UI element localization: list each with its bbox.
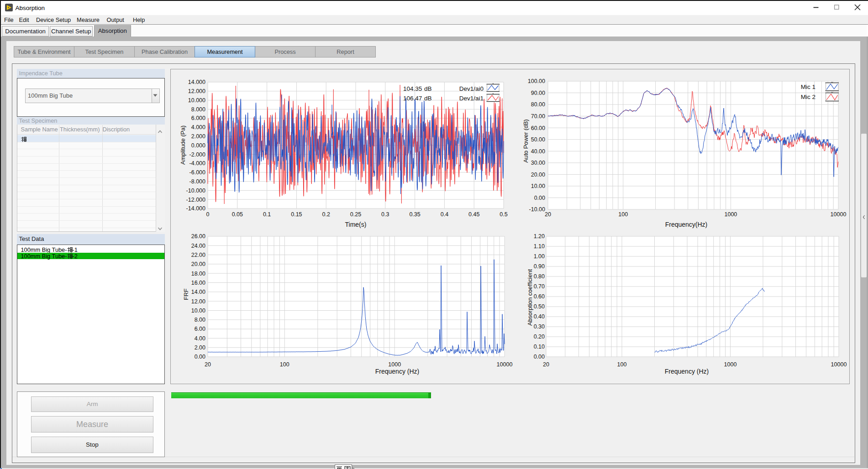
svg-text:dB: dB	[424, 95, 432, 102]
svg-text:Time(s): Time(s)	[345, 221, 367, 228]
svg-text:1.20: 1.20	[534, 233, 545, 240]
svg-text:10000: 10000	[831, 211, 847, 218]
svg-text:20.00: 20.00	[191, 261, 205, 267]
svg-text:0.00: 0.00	[534, 354, 545, 360]
svg-text:40.00: 40.00	[531, 148, 545, 155]
svg-text:0.20: 0.20	[534, 334, 545, 340]
svg-text:FRF: FRF	[183, 288, 189, 300]
svg-text:-12.000: -12.000	[186, 197, 205, 203]
svg-text:8.000: 8.000	[191, 106, 205, 113]
svg-text:0.50: 0.50	[534, 303, 545, 310]
svg-text:Frequency(Hz): Frequency(Hz)	[665, 221, 708, 228]
svg-text:0.00: 0.00	[195, 354, 205, 360]
svg-text:6.000: 6.000	[191, 115, 205, 121]
svg-text:0.90: 0.90	[534, 263, 545, 270]
svg-text:0: 0	[206, 211, 210, 218]
svg-text:-6.000: -6.000	[189, 169, 205, 176]
svg-text:100.00: 100.00	[528, 78, 545, 84]
svg-text:1000: 1000	[724, 361, 737, 368]
svg-text:14.000: 14.000	[188, 79, 205, 85]
svg-text:0.2: 0.2	[322, 211, 330, 218]
svg-text:1000: 1000	[388, 361, 401, 368]
svg-text:Dev1/ai0: Dev1/ai0	[459, 85, 484, 92]
svg-text:104.35: 104.35	[403, 85, 422, 92]
svg-text:-10.000: -10.000	[186, 188, 205, 194]
svg-text:0.3: 0.3	[381, 211, 389, 218]
svg-text:Absorption coefficient: Absorption coefficient	[526, 269, 533, 326]
svg-text:Amplitude (Pa): Amplitude (Pa)	[179, 125, 186, 165]
svg-text:12.00: 12.00	[191, 298, 205, 305]
svg-text:0.05: 0.05	[232, 211, 243, 218]
svg-text:22.00: 22.00	[191, 252, 205, 258]
svg-text:24.00: 24.00	[191, 243, 205, 249]
svg-text:2.000: 2.000	[191, 133, 205, 140]
svg-text:4.00: 4.00	[195, 335, 205, 342]
svg-text:26.00: 26.00	[191, 233, 205, 240]
svg-text:8.00: 8.00	[195, 317, 205, 323]
svg-text:20: 20	[545, 211, 551, 218]
svg-text:Auto Power (dB): Auto Power (dB)	[522, 119, 529, 162]
svg-text:0.10: 0.10	[534, 344, 545, 350]
svg-text:-10.00: -10.00	[529, 206, 545, 213]
svg-text:10.000: 10.000	[188, 97, 205, 104]
svg-text:0.45: 0.45	[468, 211, 479, 218]
svg-text:2.00: 2.00	[195, 344, 205, 351]
svg-text:10000: 10000	[831, 361, 847, 368]
svg-text:0.40: 0.40	[534, 313, 545, 320]
svg-text:0.35: 0.35	[409, 211, 420, 218]
svg-text:0.00: 0.00	[534, 195, 545, 201]
svg-text:10.00: 10.00	[531, 183, 545, 189]
svg-text:1.10: 1.10	[534, 243, 545, 250]
svg-text:1.00: 1.00	[534, 253, 545, 260]
svg-text:14.00: 14.00	[191, 289, 205, 295]
svg-text:0.1: 0.1	[263, 211, 271, 218]
svg-text:12.000: 12.000	[188, 88, 205, 94]
svg-text:70.00: 70.00	[531, 113, 545, 120]
svg-text:100: 100	[618, 211, 628, 218]
svg-text:0.000: 0.000	[191, 142, 205, 149]
svg-text:6.00: 6.00	[195, 326, 205, 332]
svg-text:10000: 10000	[497, 361, 513, 368]
svg-text:20: 20	[205, 361, 211, 368]
svg-text:30.00: 30.00	[531, 160, 545, 166]
svg-text:50.00: 50.00	[531, 136, 545, 143]
svg-text:Mic 1: Mic 1	[801, 83, 815, 90]
svg-text:4.000: 4.000	[191, 124, 205, 130]
svg-text:0.30: 0.30	[534, 323, 545, 330]
svg-text:16.00: 16.00	[191, 280, 205, 286]
svg-text:-4.000: -4.000	[189, 160, 205, 167]
svg-text:80.00: 80.00	[531, 101, 545, 108]
svg-text:dB: dB	[424, 85, 432, 92]
svg-text:0.70: 0.70	[534, 283, 545, 290]
svg-text:100: 100	[280, 361, 289, 368]
svg-text:1000: 1000	[724, 211, 737, 218]
svg-text:10.00: 10.00	[191, 307, 205, 314]
svg-text:90.00: 90.00	[531, 90, 545, 96]
svg-text:0.60: 0.60	[534, 293, 545, 300]
svg-text:106.47: 106.47	[403, 95, 422, 102]
svg-text:20.00: 20.00	[531, 172, 545, 178]
svg-text:0.4: 0.4	[441, 211, 448, 218]
svg-text:Frequency (Hz): Frequency (Hz)	[375, 368, 419, 375]
svg-text:60.00: 60.00	[531, 125, 545, 131]
svg-text:-8.000: -8.000	[189, 178, 205, 185]
svg-text:-2.000: -2.000	[189, 151, 205, 158]
svg-text:100: 100	[617, 361, 627, 368]
svg-text:Dev1/ai1: Dev1/ai1	[459, 95, 484, 102]
svg-text:Frequency (Hz): Frequency (Hz)	[665, 368, 709, 375]
svg-text:18.00: 18.00	[191, 271, 205, 277]
svg-text:-14.000: -14.000	[186, 205, 205, 212]
svg-text:0.25: 0.25	[350, 211, 361, 218]
svg-text:Mic 2: Mic 2	[801, 94, 815, 100]
svg-text:20: 20	[543, 361, 549, 368]
svg-text:0.15: 0.15	[291, 211, 302, 218]
svg-text:0.80: 0.80	[534, 273, 545, 280]
svg-text:0.5: 0.5	[500, 211, 507, 218]
